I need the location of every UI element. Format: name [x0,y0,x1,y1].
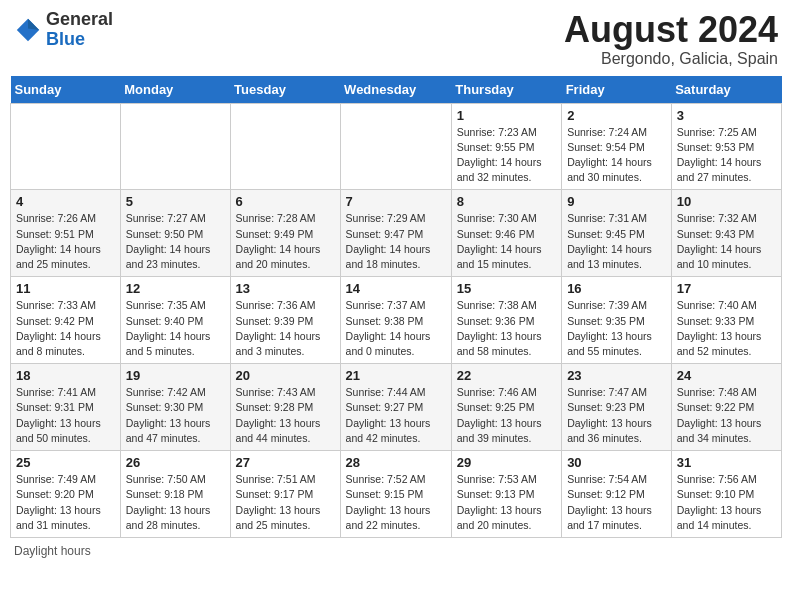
day-info: Sunrise: 7:51 AM Sunset: 9:17 PM Dayligh… [236,472,335,533]
logo: General Blue [14,10,113,50]
day-info: Sunrise: 7:25 AM Sunset: 9:53 PM Dayligh… [677,125,776,186]
day-number: 2 [567,108,666,123]
header-cell-sunday: Sunday [11,76,121,104]
logo-blue: Blue [46,29,85,49]
calendar-cell: 21Sunrise: 7:44 AM Sunset: 9:27 PM Dayli… [340,364,451,451]
calendar-cell: 28Sunrise: 7:52 AM Sunset: 9:15 PM Dayli… [340,451,451,538]
day-number: 1 [457,108,556,123]
calendar-header-row: SundayMondayTuesdayWednesdayThursdayFrid… [11,76,782,104]
day-info: Sunrise: 7:41 AM Sunset: 9:31 PM Dayligh… [16,385,115,446]
calendar-table: SundayMondayTuesdayWednesdayThursdayFrid… [10,76,782,538]
calendar-cell: 4Sunrise: 7:26 AM Sunset: 9:51 PM Daylig… [11,190,121,277]
day-info: Sunrise: 7:46 AM Sunset: 9:25 PM Dayligh… [457,385,556,446]
day-number: 29 [457,455,556,470]
calendar-cell: 9Sunrise: 7:31 AM Sunset: 9:45 PM Daylig… [562,190,672,277]
day-info: Sunrise: 7:30 AM Sunset: 9:46 PM Dayligh… [457,211,556,272]
day-number: 31 [677,455,776,470]
header-cell-monday: Monday [120,76,230,104]
calendar-cell: 19Sunrise: 7:42 AM Sunset: 9:30 PM Dayli… [120,364,230,451]
calendar-week-row: 18Sunrise: 7:41 AM Sunset: 9:31 PM Dayli… [11,364,782,451]
header-cell-friday: Friday [562,76,672,104]
day-info: Sunrise: 7:23 AM Sunset: 9:55 PM Dayligh… [457,125,556,186]
day-number: 23 [567,368,666,383]
day-number: 8 [457,194,556,209]
day-number: 4 [16,194,115,209]
day-info: Sunrise: 7:27 AM Sunset: 9:50 PM Dayligh… [126,211,225,272]
day-number: 30 [567,455,666,470]
daylight-hours-label: Daylight hours [14,544,91,558]
day-info: Sunrise: 7:43 AM Sunset: 9:28 PM Dayligh… [236,385,335,446]
calendar-cell [11,103,121,190]
calendar-cell: 16Sunrise: 7:39 AM Sunset: 9:35 PM Dayli… [562,277,672,364]
calendar-cell [340,103,451,190]
logo-general: General [46,9,113,29]
day-info: Sunrise: 7:54 AM Sunset: 9:12 PM Dayligh… [567,472,666,533]
day-info: Sunrise: 7:29 AM Sunset: 9:47 PM Dayligh… [346,211,446,272]
location-subtitle: Bergondo, Galicia, Spain [564,50,778,68]
day-number: 18 [16,368,115,383]
day-info: Sunrise: 7:37 AM Sunset: 9:38 PM Dayligh… [346,298,446,359]
calendar-cell: 18Sunrise: 7:41 AM Sunset: 9:31 PM Dayli… [11,364,121,451]
day-info: Sunrise: 7:44 AM Sunset: 9:27 PM Dayligh… [346,385,446,446]
calendar-cell: 23Sunrise: 7:47 AM Sunset: 9:23 PM Dayli… [562,364,672,451]
day-info: Sunrise: 7:32 AM Sunset: 9:43 PM Dayligh… [677,211,776,272]
day-info: Sunrise: 7:50 AM Sunset: 9:18 PM Dayligh… [126,472,225,533]
page-header: General Blue August 2024 Bergondo, Galic… [10,10,782,68]
header-cell-thursday: Thursday [451,76,561,104]
day-number: 28 [346,455,446,470]
day-number: 11 [16,281,115,296]
calendar-cell: 10Sunrise: 7:32 AM Sunset: 9:43 PM Dayli… [671,190,781,277]
calendar-cell: 14Sunrise: 7:37 AM Sunset: 9:38 PM Dayli… [340,277,451,364]
calendar-cell: 13Sunrise: 7:36 AM Sunset: 9:39 PM Dayli… [230,277,340,364]
day-info: Sunrise: 7:47 AM Sunset: 9:23 PM Dayligh… [567,385,666,446]
day-number: 9 [567,194,666,209]
day-info: Sunrise: 7:26 AM Sunset: 9:51 PM Dayligh… [16,211,115,272]
day-info: Sunrise: 7:35 AM Sunset: 9:40 PM Dayligh… [126,298,225,359]
calendar-cell: 27Sunrise: 7:51 AM Sunset: 9:17 PM Dayli… [230,451,340,538]
calendar-cell [230,103,340,190]
footer: Daylight hours [10,544,782,558]
day-number: 17 [677,281,776,296]
day-number: 21 [346,368,446,383]
calendar-week-row: 25Sunrise: 7:49 AM Sunset: 9:20 PM Dayli… [11,451,782,538]
day-number: 6 [236,194,335,209]
day-info: Sunrise: 7:31 AM Sunset: 9:45 PM Dayligh… [567,211,666,272]
svg-marker-1 [28,19,39,30]
calendar-cell: 30Sunrise: 7:54 AM Sunset: 9:12 PM Dayli… [562,451,672,538]
calendar-week-row: 11Sunrise: 7:33 AM Sunset: 9:42 PM Dayli… [11,277,782,364]
day-number: 3 [677,108,776,123]
calendar-cell: 2Sunrise: 7:24 AM Sunset: 9:54 PM Daylig… [562,103,672,190]
title-block: August 2024 Bergondo, Galicia, Spain [564,10,778,68]
calendar-week-row: 1Sunrise: 7:23 AM Sunset: 9:55 PM Daylig… [11,103,782,190]
calendar-cell: 7Sunrise: 7:29 AM Sunset: 9:47 PM Daylig… [340,190,451,277]
day-info: Sunrise: 7:48 AM Sunset: 9:22 PM Dayligh… [677,385,776,446]
day-number: 10 [677,194,776,209]
day-info: Sunrise: 7:40 AM Sunset: 9:33 PM Dayligh… [677,298,776,359]
day-info: Sunrise: 7:49 AM Sunset: 9:20 PM Dayligh… [16,472,115,533]
calendar-cell: 25Sunrise: 7:49 AM Sunset: 9:20 PM Dayli… [11,451,121,538]
calendar-cell: 17Sunrise: 7:40 AM Sunset: 9:33 PM Dayli… [671,277,781,364]
day-number: 7 [346,194,446,209]
calendar-cell: 20Sunrise: 7:43 AM Sunset: 9:28 PM Dayli… [230,364,340,451]
day-number: 12 [126,281,225,296]
calendar-cell: 31Sunrise: 7:56 AM Sunset: 9:10 PM Dayli… [671,451,781,538]
calendar-cell: 11Sunrise: 7:33 AM Sunset: 9:42 PM Dayli… [11,277,121,364]
calendar-cell: 5Sunrise: 7:27 AM Sunset: 9:50 PM Daylig… [120,190,230,277]
day-info: Sunrise: 7:24 AM Sunset: 9:54 PM Dayligh… [567,125,666,186]
calendar-cell: 3Sunrise: 7:25 AM Sunset: 9:53 PM Daylig… [671,103,781,190]
calendar-cell: 26Sunrise: 7:50 AM Sunset: 9:18 PM Dayli… [120,451,230,538]
calendar-week-row: 4Sunrise: 7:26 AM Sunset: 9:51 PM Daylig… [11,190,782,277]
day-number: 22 [457,368,556,383]
day-info: Sunrise: 7:56 AM Sunset: 9:10 PM Dayligh… [677,472,776,533]
calendar-cell: 24Sunrise: 7:48 AM Sunset: 9:22 PM Dayli… [671,364,781,451]
calendar-cell: 12Sunrise: 7:35 AM Sunset: 9:40 PM Dayli… [120,277,230,364]
month-year-title: August 2024 [564,10,778,50]
header-cell-saturday: Saturday [671,76,781,104]
calendar-cell: 22Sunrise: 7:46 AM Sunset: 9:25 PM Dayli… [451,364,561,451]
day-info: Sunrise: 7:53 AM Sunset: 9:13 PM Dayligh… [457,472,556,533]
day-number: 24 [677,368,776,383]
day-number: 14 [346,281,446,296]
calendar-cell: 1Sunrise: 7:23 AM Sunset: 9:55 PM Daylig… [451,103,561,190]
day-info: Sunrise: 7:52 AM Sunset: 9:15 PM Dayligh… [346,472,446,533]
calendar-cell: 8Sunrise: 7:30 AM Sunset: 9:46 PM Daylig… [451,190,561,277]
